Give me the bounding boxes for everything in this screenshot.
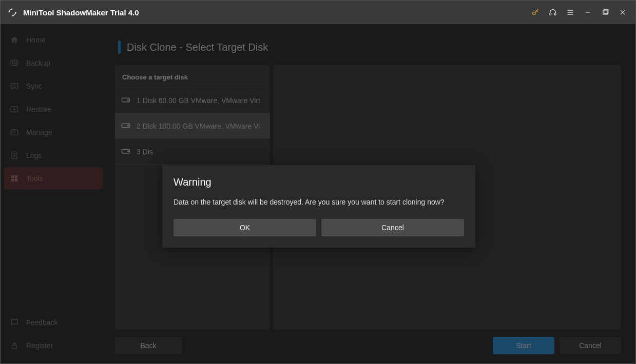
- window-close-icon[interactable]: [614, 4, 631, 21]
- hamburger-menu-icon[interactable]: [562, 4, 579, 21]
- titlebar: MiniTool ShadowMaker Trial 4.0: [1, 1, 635, 24]
- window-title: MiniTool ShadowMaker Trial 4.0: [23, 8, 139, 17]
- warning-modal: Warning Data on the target disk will be …: [162, 165, 475, 248]
- modal-ok-button[interactable]: OK: [174, 219, 316, 236]
- svg-rect-2: [554, 13, 556, 15]
- window-maximize-icon[interactable]: [596, 4, 614, 21]
- modal-text: Data on the target disk will be destroye…: [174, 197, 464, 208]
- activate-key-icon[interactable]: [527, 4, 544, 21]
- modal-title: Warning: [174, 176, 464, 188]
- support-headphones-icon[interactable]: [544, 4, 562, 21]
- svg-rect-1: [550, 13, 551, 15]
- app-logo-icon: [7, 7, 18, 18]
- modal-cancel-button[interactable]: Cancel: [321, 219, 464, 236]
- app-window: MiniTool ShadowMaker Trial 4.0: [0, 0, 636, 364]
- window-minimize-icon[interactable]: [579, 4, 596, 21]
